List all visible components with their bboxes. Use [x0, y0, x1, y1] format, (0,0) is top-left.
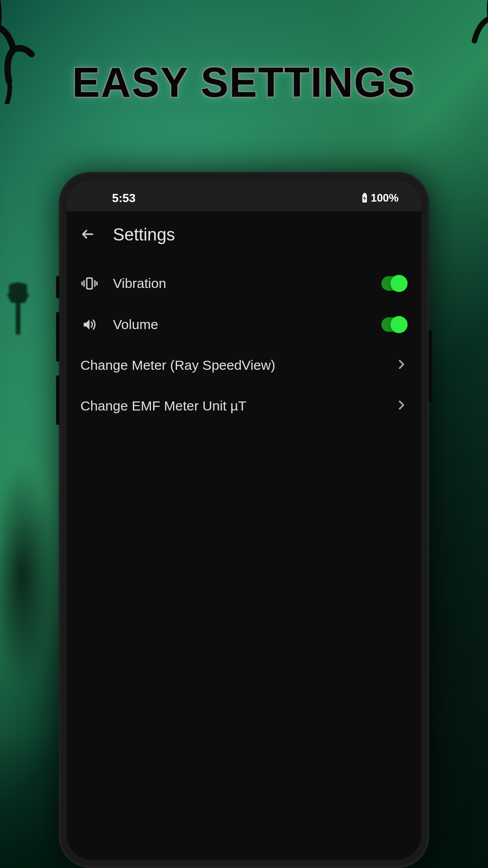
chevron-right-icon	[395, 358, 408, 373]
decorative-shadow-figure	[0, 461, 54, 687]
phone-power-button	[428, 330, 432, 402]
decorative-branch-left	[0, 0, 77, 104]
toggle-thumb	[390, 316, 408, 333]
phone-volume-down-button	[56, 375, 60, 425]
chevron-right-icon	[395, 399, 408, 413]
toggle-thumb	[390, 275, 408, 292]
toggle-volume[interactable]	[381, 317, 408, 332]
svg-rect-2	[363, 193, 366, 195]
status-battery: 100%	[361, 192, 399, 204]
page-title: Settings	[113, 225, 175, 245]
decorative-branch-right	[420, 0, 488, 81]
phone-side-button	[56, 276, 60, 298]
setting-row-change-emf-unit[interactable]: Change EMF Meter Unit µT	[80, 386, 408, 426]
battery-percentage: 100%	[371, 192, 399, 204]
phone-screen: 5:53 100% Settings	[67, 180, 421, 860]
status-bar: 5:53 100%	[67, 180, 421, 212]
back-arrow-icon[interactable]	[80, 227, 95, 243]
promo-title: EASY SETTINGS	[72, 59, 416, 106]
setting-row-change-meter[interactable]: Change Meter (Ray SpeedView)	[80, 345, 408, 386]
vibration-icon	[80, 275, 99, 292]
setting-label-volume: Volume	[113, 317, 367, 332]
svg-rect-3	[87, 278, 92, 289]
setting-label-change-meter: Change Meter (Ray SpeedView)	[80, 358, 380, 373]
setting-label-change-emf-unit: Change EMF Meter Unit µT	[80, 398, 380, 414]
settings-list: Vibration Volume	[67, 254, 421, 435]
decorative-lamp-post	[2, 280, 34, 335]
toggle-vibration[interactable]	[381, 276, 408, 291]
phone-volume-up-button	[56, 312, 60, 362]
status-time: 5:53	[112, 191, 136, 205]
phone-mockup-frame: 5:53 100% Settings	[59, 172, 429, 868]
battery-charging-icon	[361, 193, 368, 203]
volume-icon	[80, 317, 99, 332]
setting-label-vibration: Vibration	[113, 276, 367, 291]
setting-row-volume[interactable]: Volume	[80, 304, 408, 345]
app-header: Settings	[67, 212, 421, 254]
svg-rect-0	[16, 298, 20, 335]
setting-row-vibration[interactable]: Vibration	[80, 263, 408, 304]
